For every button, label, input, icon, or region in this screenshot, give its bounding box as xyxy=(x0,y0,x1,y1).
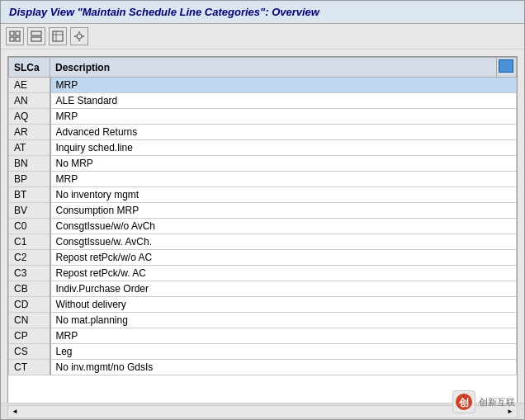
table-row[interactable]: CPMRP xyxy=(9,328,517,344)
main-window: Display View "Maintain Schedule Line Cat… xyxy=(0,0,525,420)
table-row[interactable]: BTNo inventory mgmt xyxy=(9,187,517,203)
cell-slca: BV xyxy=(9,203,50,219)
table-row[interactable]: BPMRP xyxy=(9,172,517,187)
cell-description: ALE Standard xyxy=(50,93,517,109)
svg-text:创: 创 xyxy=(458,397,469,408)
bottom-bar: ◄ ► xyxy=(1,403,524,419)
cell-description: No MRP xyxy=(50,156,517,172)
cell-description: No mat.planning xyxy=(50,313,517,328)
table-row[interactable]: BNNo MRP xyxy=(9,156,517,172)
svg-rect-1 xyxy=(16,31,20,35)
cell-description: Repost retPck/w/o AC xyxy=(50,250,517,266)
column-settings-icon[interactable] xyxy=(499,59,513,73)
toolbar xyxy=(1,24,524,50)
table-row[interactable]: CTNo inv.mgmt/no GdsIs xyxy=(9,360,517,375)
svg-rect-0 xyxy=(10,31,14,35)
cell-slca: CN xyxy=(9,313,50,328)
cell-slca: CD xyxy=(9,297,50,313)
data-table: SLCa Description AEMRPANALE StandardAQMR… xyxy=(8,57,517,375)
table-row[interactable]: BVConsumption MRP xyxy=(9,203,517,219)
cell-description: MRP xyxy=(50,109,517,125)
horizontal-scrollbar[interactable]: ◄ ► xyxy=(7,405,518,418)
cell-description: No inventory mgmt xyxy=(50,187,517,203)
svg-rect-4 xyxy=(31,31,41,35)
table-row[interactable]: AQMRP xyxy=(9,109,517,125)
cell-slca: AR xyxy=(9,125,50,140)
cell-slca: AE xyxy=(9,78,50,93)
table-row[interactable]: C3Repost retPck/w. AC xyxy=(9,266,517,281)
cell-slca: C1 xyxy=(9,234,50,250)
svg-point-9 xyxy=(77,34,82,39)
svg-rect-5 xyxy=(31,37,41,41)
settings-button[interactable] xyxy=(70,27,88,45)
svg-rect-2 xyxy=(10,37,14,41)
table-container[interactable]: SLCa Description AEMRPANALE StandardAQMR… xyxy=(7,56,518,403)
cell-description: MRP xyxy=(50,328,517,344)
cell-description: MRP xyxy=(50,172,517,187)
cell-slca: AQ xyxy=(9,109,50,125)
table-row[interactable]: C2Repost retPck/w/o AC xyxy=(9,250,517,266)
table-row[interactable]: CNNo mat.planning xyxy=(9,313,517,328)
cell-description: Indiv.Purchase Order xyxy=(50,281,517,297)
cell-slca: CP xyxy=(9,328,50,344)
cell-slca: CB xyxy=(9,281,50,297)
table-row[interactable]: CDWithout delivery xyxy=(9,297,517,313)
col-header-description: Description xyxy=(50,58,497,78)
cell-slca: CT xyxy=(9,360,50,375)
cell-description: Repost retPck/w. AC xyxy=(50,266,517,281)
select-button[interactable] xyxy=(49,27,67,45)
cell-slca: BT xyxy=(9,187,50,203)
col-header-slca[interactable]: SLCa xyxy=(9,58,50,78)
cell-slca: CS xyxy=(9,344,50,360)
table-row[interactable]: AEMRP xyxy=(9,78,517,93)
cell-description: Leg xyxy=(50,344,517,360)
cell-slca: C0 xyxy=(9,219,50,234)
svg-rect-3 xyxy=(16,37,20,41)
logo-icon: 创 xyxy=(452,390,475,413)
table-row[interactable]: ATInquiry sched.line xyxy=(9,140,517,156)
cell-slca: C2 xyxy=(9,250,50,266)
logo-text: 创新互联 xyxy=(479,396,515,408)
cell-description: MRP xyxy=(50,78,517,93)
layout-button[interactable] xyxy=(27,27,45,45)
window-title: Display View "Maintain Schedule Line Cat… xyxy=(9,6,319,18)
cell-description: Inquiry sched.line xyxy=(50,140,517,156)
table-row[interactable]: CBIndiv.Purchase Order xyxy=(9,281,517,297)
cell-description: Consumption MRP xyxy=(50,203,517,219)
cell-slca: BN xyxy=(9,156,50,172)
view-button[interactable] xyxy=(6,27,24,45)
table-row[interactable]: C1ConsgtIssue/w. AvCh. xyxy=(9,234,517,250)
col-settings-btn[interactable] xyxy=(497,58,517,78)
cell-description: No inv.mgmt/no GdsIs xyxy=(50,360,517,375)
logo-area: 创 创新互联 xyxy=(452,390,515,413)
cell-description: ConsgtIssue/w. AvCh. xyxy=(50,234,517,250)
svg-rect-6 xyxy=(53,31,63,41)
table-row[interactable]: ARAdvanced Returns xyxy=(9,125,517,140)
title-bar: Display View "Maintain Schedule Line Cat… xyxy=(1,1,524,24)
cell-slca: C3 xyxy=(9,266,50,281)
cell-slca: BP xyxy=(9,172,50,187)
cell-slca: AN xyxy=(9,93,50,109)
table-row[interactable]: ANALE Standard xyxy=(9,93,517,109)
cell-slca: AT xyxy=(9,140,50,156)
cell-description: ConsgtIssue/w/o AvCh xyxy=(50,219,517,234)
cell-description: Advanced Returns xyxy=(50,125,517,140)
content-area: SLCa Description AEMRPANALE StandardAQMR… xyxy=(1,50,524,403)
table-row[interactable]: CSLeg xyxy=(9,344,517,360)
scroll-left-arrow[interactable]: ◄ xyxy=(10,408,20,415)
cell-description: Without delivery xyxy=(50,297,517,313)
table-row[interactable]: C0ConsgtIssue/w/o AvCh xyxy=(9,219,517,234)
